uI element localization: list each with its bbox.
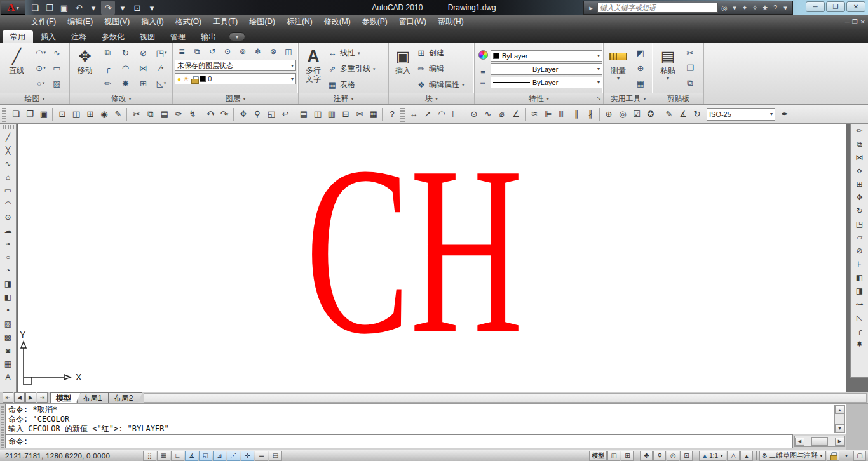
qat-customize-icon[interactable]: ▾ — [145, 1, 159, 15]
edit-block-icon[interactable]: ✏编辑 — [416, 62, 465, 76]
command-window-grip[interactable] — [1, 405, 4, 448]
steering-wheel-icon[interactable]: ◎ — [667, 451, 679, 461]
extend-icon[interactable]: ⊦ — [853, 257, 867, 271]
radius-icon[interactable]: ⊙ — [467, 107, 481, 121]
command-history[interactable]: 命令: *取消*命令: 'CECOLOR输入 CECOLOR 的新值 <"红">… — [5, 404, 846, 434]
menu-parametric[interactable]: 参数(P) — [356, 15, 393, 29]
paste-icon[interactable]: ▤ — [157, 107, 171, 121]
quick-view-drawings-icon[interactable]: ⊞ — [621, 451, 634, 461]
tab-layout1[interactable]: 布局1 — [77, 392, 112, 403]
menu-modify[interactable]: 修改(M) — [318, 15, 356, 29]
polyline-icon[interactable]: ∿ — [1, 157, 15, 170]
open-folder-icon[interactable]: ❐ — [22, 107, 36, 121]
move-button[interactable]: ✥ 移动 — [72, 45, 98, 93]
chamfer-flyout-icon[interactable]: ◺▾ — [153, 76, 170, 91]
panel-title-properties[interactable]: 特性 ▾ ↘ — [475, 93, 603, 104]
edit-attributes-icon[interactable]: ❖编辑属性▾ — [416, 77, 465, 92]
tab-parametric[interactable]: 参数化 — [94, 30, 132, 43]
scale-flyout-icon[interactable]: ◳▾ — [153, 45, 170, 60]
mtext-icon[interactable]: A — [1, 370, 15, 384]
etransmit-icon[interactable]: ◉ — [97, 107, 111, 121]
hatch-icon[interactable]: ▨ — [1, 317, 15, 330]
quick-calculator-icon[interactable]: ▦ — [632, 76, 649, 91]
subscription-center-icon[interactable]: ✦ — [740, 2, 750, 13]
array-icon[interactable]: ⊞ — [853, 177, 867, 190]
panel-title-draw[interactable]: 绘图 ▾ — [0, 93, 69, 104]
doc-minimize-button[interactable]: ─ — [845, 18, 850, 25]
construction-line-icon[interactable]: ╳ — [1, 144, 15, 157]
table-icon[interactable]: ▦表格 — [327, 77, 376, 92]
offset-icon[interactable]: ≎ — [853, 164, 867, 177]
command-vertical-scrollbar[interactable]: ▲ ▼ — [834, 405, 845, 433]
publish-icon[interactable]: ⊞ — [83, 107, 97, 121]
scroll-down-icon[interactable]: ▼ — [835, 424, 844, 432]
menu-window[interactable]: 窗口(W) — [393, 15, 432, 29]
drawing-canvas[interactable]: CH X Y — [18, 124, 846, 392]
quick-select-icon[interactable]: ◩ — [632, 45, 649, 60]
tab-view[interactable]: 视图 — [132, 30, 163, 43]
tab-layout2[interactable]: 布局2 — [108, 392, 143, 403]
lineweight-icon[interactable]: ≡ — [477, 66, 489, 77]
restore-button[interactable]: ❐ — [826, 1, 845, 12]
otrack-toggle[interactable]: ⋰ — [227, 451, 240, 461]
copy-icon[interactable]: ⧉ — [99, 45, 117, 60]
status-flyout-icon[interactable]: ▼ — [840, 451, 853, 461]
dimension-update-icon[interactable]: ↻ — [690, 107, 704, 121]
doc-restore-button[interactable]: ❐ — [852, 18, 858, 25]
undo-icon[interactable]: ↶▾ — [203, 107, 217, 121]
open-folder-icon[interactable]: ❐ — [43, 1, 57, 15]
line-icon[interactable]: ╱ — [1, 130, 15, 144]
mtext-button[interactable]: A 多行文字 — [301, 45, 326, 93]
tab-home[interactable]: 常用 — [3, 30, 33, 43]
stretch-icon[interactable]: ▱ — [853, 230, 867, 244]
quickcalc-icon[interactable]: ▦ — [366, 107, 380, 121]
arc-icon[interactable]: ◠▾ — [32, 45, 49, 60]
break-flyout-icon[interactable]: ∕▾ — [153, 60, 170, 76]
infocenter-collapse-icon[interactable]: ▸ — [586, 2, 596, 13]
dimension-space-icon[interactable]: ∥ — [569, 107, 583, 121]
mirror-icon[interactable]: ⋈ — [853, 150, 867, 164]
tab-manage[interactable]: 管理 — [163, 30, 193, 43]
tab-annotate[interactable]: 注释 — [64, 30, 94, 43]
linear-dimension-icon[interactable]: ↔线性▾ — [327, 46, 376, 60]
panel-title-layers[interactable]: 图层 ▾ — [173, 93, 298, 104]
new-file-icon[interactable]: ❏ — [28, 1, 42, 15]
angular-icon[interactable]: ∠ — [509, 107, 523, 121]
application-menu-button[interactable]: A ▾ — [0, 0, 25, 15]
help-icon[interactable]: ? — [770, 2, 780, 13]
trim-icon[interactable]: ⊘ — [853, 244, 867, 257]
panel-title-utilities[interactable]: 实用工具 ▾ — [604, 93, 653, 104]
copy-icon[interactable]: ⧉ — [853, 137, 867, 150]
object-color-dropdown[interactable]: ByLayer ▾ — [491, 50, 602, 62]
canvas-horizontal-scrollbar[interactable] — [144, 393, 867, 403]
pan-icon[interactable]: ✥ — [236, 107, 250, 121]
jogged-icon[interactable]: ∿ — [481, 107, 495, 121]
command-input[interactable]: 命令: — [5, 434, 793, 448]
ribbon-overflow-icon[interactable]: ▾ — [229, 32, 245, 41]
cut-icon[interactable]: ✂ — [682, 45, 698, 60]
center-mark-icon[interactable]: ◎ — [616, 107, 630, 121]
layer-dropdown[interactable]: ● ☀ 0 ▾ — [175, 73, 296, 84]
prev-tab-icon[interactable]: ◀ — [14, 392, 25, 403]
clean-screen-button[interactable]: ▢ — [853, 451, 866, 461]
inspect-icon[interactable]: ✪ — [644, 107, 658, 121]
tab-model[interactable]: 模型 — [50, 392, 81, 403]
hatch-icon[interactable]: ▨ — [49, 76, 65, 91]
create-block-icon[interactable]: ⊞创建 — [416, 46, 465, 60]
match-properties-icon[interactable]: ⧉ — [682, 76, 698, 91]
tolerance-icon[interactable]: ⊕ — [602, 107, 616, 121]
favorites-icon[interactable]: ★ — [760, 2, 770, 13]
baseline-icon[interactable]: ⊫ — [541, 107, 555, 121]
continue-icon[interactable]: ⊪ — [555, 107, 569, 121]
gradient-icon[interactable]: ▩ — [1, 330, 15, 344]
fillet-icon[interactable]: ╭ — [853, 324, 867, 337]
panel-title-annotation[interactable]: 注释 ▾ — [299, 93, 388, 104]
plot-icon[interactable]: ⊡ — [55, 107, 69, 121]
new-file-icon[interactable]: ❏ — [8, 107, 22, 121]
minimize-button[interactable]: ─ — [806, 1, 825, 12]
diameter-icon[interactable]: ⌀ — [495, 107, 509, 121]
first-tab-icon[interactable]: ⇤ — [3, 392, 13, 403]
dyn-toggle[interactable]: ✛ — [241, 451, 254, 461]
rectangle-icon[interactable]: ▭ — [1, 184, 15, 197]
multileader-icon[interactable]: ⇗多重引线▾ — [327, 62, 376, 76]
